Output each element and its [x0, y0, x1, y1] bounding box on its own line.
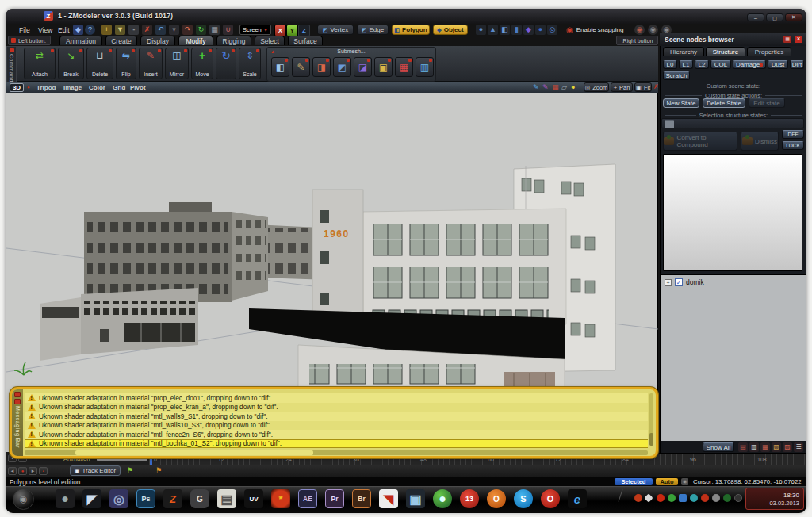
- minimize-button[interactable]: –: [747, 13, 764, 21]
- tray-icon[interactable]: [712, 494, 720, 502]
- record-button[interactable]: ●: [18, 467, 27, 475]
- viewport-close-icon[interactable]: ✗: [653, 83, 659, 90]
- scratch-button[interactable]: Scratch: [663, 71, 690, 80]
- submesh-weld-icon[interactable]: ◪: [354, 57, 372, 77]
- premiere-icon[interactable]: Pr: [325, 489, 344, 508]
- messaging-detach-icon[interactable]: [14, 392, 21, 397]
- tray-icon[interactable]: [734, 494, 742, 502]
- expand-icon[interactable]: +: [665, 279, 672, 286]
- viewport-menu-tripod[interactable]: Tripod: [36, 84, 56, 91]
- primitive-cone-icon[interactable]: ▲: [488, 25, 498, 35]
- new-file-icon[interactable]: +: [102, 25, 112, 35]
- viewport-menu-image[interactable]: Image: [63, 84, 82, 91]
- messaging-bar-strip[interactable]: Messaging Bar: [12, 389, 23, 456]
- help-icon[interactable]: ?: [85, 25, 95, 35]
- grid-icon[interactable]: ▦: [209, 25, 220, 35]
- tab-animation[interactable]: Animation: [59, 36, 102, 45]
- lock-button[interactable]: LOCK: [782, 141, 804, 150]
- messages-hscrollbar[interactable]: [25, 450, 648, 455]
- tray-icon[interactable]: [701, 494, 709, 502]
- mode-edge-button[interactable]: ◩Edge: [357, 25, 389, 35]
- dismiss-button[interactable]: Dismiss: [741, 132, 779, 151]
- light-bulb-icon[interactable]: ●: [571, 83, 575, 91]
- submesh-split-icon[interactable]: ◩: [333, 57, 351, 77]
- save-icon[interactable]: ▪: [128, 25, 139, 35]
- move-button[interactable]: +Move: [191, 48, 213, 79]
- my-computer-icon[interactable]: ▣: [406, 489, 425, 508]
- end-marker-flag-icon[interactable]: ⚑: [155, 466, 162, 474]
- convert-to-compound-button[interactable]: Convert to Compound: [663, 132, 737, 151]
- primitive-cube-icon[interactable]: ◧: [500, 25, 510, 35]
- tray-icon[interactable]: [679, 494, 687, 502]
- flip-button[interactable]: ⇋Flip: [116, 48, 136, 79]
- attach-button[interactable]: ⇄Attach: [24, 48, 56, 79]
- opera-icon[interactable]: O: [541, 489, 560, 508]
- rotate-button[interactable]: ↻: [216, 48, 236, 79]
- tab-select[interactable]: Select: [255, 36, 285, 45]
- panel-tab-structure[interactable]: Structure: [706, 47, 745, 56]
- fraps-icon[interactable]: *: [271, 489, 290, 508]
- thirteen-icon[interactable]: 13: [460, 489, 479, 508]
- state-list[interactable]: [663, 154, 802, 271]
- submesh-quads-icon[interactable]: ▥: [416, 57, 434, 77]
- primitive-cylinder-icon[interactable]: ▮: [511, 25, 522, 35]
- new-state-button[interactable]: New State: [663, 98, 699, 108]
- auto-badge[interactable]: Auto: [656, 478, 678, 485]
- origin-icon[interactable]: O: [487, 489, 506, 508]
- insert-button[interactable]: ✎Insert: [139, 48, 163, 79]
- col-button[interactable]: COL: [710, 60, 731, 69]
- cursor-mode-icon[interactable]: ◉: [681, 478, 688, 485]
- skype-icon[interactable]: S: [514, 489, 533, 508]
- warning-message[interactable]: Uknown shader adaptation in material "pr…: [25, 403, 648, 412]
- panel-filter-icon[interactable]: ▧: [772, 442, 781, 452]
- warning-message[interactable]: Uknown shader adaptation in material "pr…: [25, 393, 648, 403]
- tray-icon[interactable]: [723, 494, 731, 502]
- submesh-extract-icon[interactable]: ◨: [312, 57, 331, 77]
- camtasia-icon[interactable]: G: [190, 489, 209, 508]
- primitive-sphere-icon[interactable]: ●: [476, 25, 486, 35]
- panel-tab-hierarchy[interactable]: Hierarchy: [663, 47, 704, 56]
- delete-icon[interactable]: ✗: [142, 25, 152, 35]
- panel-filter-icon[interactable]: ▦: [760, 442, 770, 452]
- panel-filter-icon[interactable]: ▤: [738, 442, 748, 452]
- viewport-menu-grid[interactable]: Grid: [113, 84, 125, 91]
- axis-y-button[interactable]: Y: [286, 25, 298, 36]
- bridge-icon[interactable]: Br: [352, 489, 371, 508]
- media-ball-icon[interactable]: ●: [433, 489, 452, 508]
- copy-state-icon[interactable]: [665, 120, 674, 128]
- track-editor-button[interactable]: ▣Track Editor: [70, 465, 121, 476]
- damage-button[interactable]: Damage: [733, 60, 766, 69]
- def-button[interactable]: DEF: [782, 130, 804, 139]
- texture-checker-icon[interactable]: ▦: [552, 83, 559, 91]
- workspace-icon[interactable]: ◆: [73, 25, 83, 35]
- uv-mapper-icon[interactable]: UV: [244, 489, 263, 508]
- lod0-button[interactable]: L0: [663, 60, 677, 69]
- submesh-brush-icon[interactable]: ✎: [292, 57, 310, 77]
- scale-button[interactable]: ⇕Scale: [239, 48, 261, 79]
- snap-vertex-icon[interactable]: ◉: [634, 25, 645, 35]
- dust-button[interactable]: Dust: [768, 60, 788, 69]
- screen-dropdown[interactable]: Screen ▼: [239, 25, 271, 35]
- undo-icon[interactable]: ↶: [155, 25, 166, 35]
- paint-pencil-icon[interactable]: ✎: [542, 83, 549, 91]
- tray-icon[interactable]: [668, 494, 676, 502]
- menu-file[interactable]: File: [19, 26, 30, 34]
- mode-polygon-button[interactable]: ◧Polygon: [392, 25, 430, 35]
- photoshop-icon[interactable]: Ps: [136, 489, 155, 508]
- edit-state-button[interactable]: Edit state: [749, 98, 785, 108]
- lod2-button[interactable]: L2: [695, 60, 709, 69]
- ie-icon[interactable]: e: [568, 489, 587, 508]
- tray-icon[interactable]: [657, 494, 665, 502]
- panel-detach-icon[interactable]: ▦: [783, 36, 791, 43]
- submesh-mask-icon[interactable]: ▦: [395, 57, 413, 77]
- film-icon[interactable]: ◎: [109, 489, 128, 508]
- redo-icon[interactable]: ↷: [182, 25, 193, 35]
- play-button[interactable]: ►: [29, 467, 37, 475]
- zmodeler-icon[interactable]: Z: [163, 489, 182, 508]
- primitive-blob-icon[interactable]: ●: [535, 25, 546, 35]
- messaging-close-icon[interactable]: [14, 399, 21, 404]
- pan-button[interactable]: +Pan: [611, 82, 633, 92]
- tab-surface[interactable]: Surface: [288, 36, 323, 45]
- maximize-button[interactable]: ▢: [766, 13, 783, 21]
- material-editor-icon[interactable]: ↻: [196, 25, 206, 35]
